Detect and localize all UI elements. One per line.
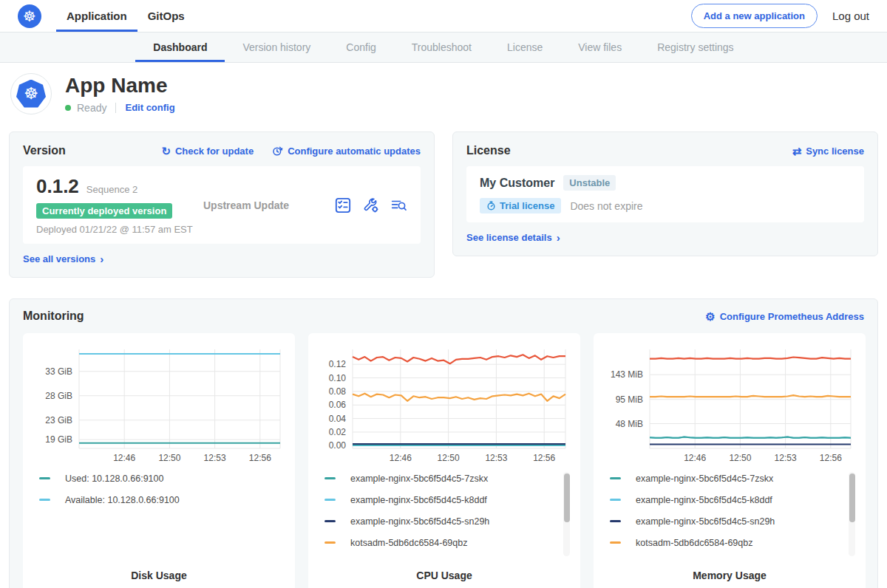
cpu-usage-chart: 12:4612:5012:5312:560.120.100.080.060.04… <box>319 342 570 466</box>
svg-text:12:56: 12:56 <box>249 453 271 463</box>
legend-label: example-nginx-5bc6f5d4c5-sn29h <box>350 516 489 527</box>
svg-text:19 GiB: 19 GiB <box>45 434 72 445</box>
legend-item: example-nginx-5bc6f5d4c5-sn29h <box>610 515 842 527</box>
clock-refresh-icon <box>271 145 283 157</box>
legend-color-dash <box>324 477 336 479</box>
legend-label: example-nginx-5bc6f5d4c5-sn29h <box>636 516 775 527</box>
license-type-badge: Trial license <box>480 198 561 213</box>
subnav-item-version-history[interactable]: Version history <box>225 33 328 62</box>
add-new-application-button[interactable]: Add a new application <box>691 4 818 28</box>
legend-label: Available: 10.128.0.66:9100 <box>65 495 180 505</box>
configure-automatic-updates-link[interactable]: Configure automatic updates <box>271 145 421 157</box>
charts-row: 12:4612:5012:5312:5633 GiB28 GiB23 GiB19… <box>23 333 864 588</box>
topnav-tab-application[interactable]: Application <box>56 0 137 32</box>
preflight-checks-icon[interactable] <box>335 197 351 213</box>
svg-text:12:50: 12:50 <box>438 453 460 463</box>
legend-label: example-nginx-5bc6f5d4c5-k8ddf <box>636 495 772 505</box>
currently-deployed-badge: Currently deployed version <box>36 203 172 219</box>
chart-title: CPU Usage <box>319 559 570 581</box>
license-card-title: License <box>466 144 511 157</box>
chart-panel-memory-usage: 12:4612:5012:5312:56143 MiB95 MiB48 MiBe… <box>594 333 866 588</box>
edit-config-link[interactable]: Edit config <box>125 102 174 113</box>
legend-color-dash <box>610 477 621 479</box>
legend-label: example-nginx-5bc6f5d4c5-k8ddf <box>350 495 487 505</box>
legend-item: kotsadm-5db6dc6584-69qbz <box>324 536 557 549</box>
license-card: License ⇄ Sync license My Customer Unsta… <box>452 131 878 256</box>
kubernetes-logo-icon: ☸ <box>18 4 41 28</box>
chart-panel-disk-usage: 12:4612:5012:5312:5633 GiB28 GiB23 GiB19… <box>23 333 295 588</box>
topnav-right: Add a new application Log out <box>691 0 869 32</box>
memory-usage-legend: example-nginx-5bc6f5d4c5-7zskxexample-ng… <box>604 472 855 559</box>
legend-item: example-nginx-5bc6f5d4c5-k8ddf <box>324 493 557 506</box>
app-subnav: DashboardVersion historyConfigTroublesho… <box>0 32 887 63</box>
svg-text:12:46: 12:46 <box>684 453 706 463</box>
divider <box>115 103 116 113</box>
kubernetes-logo[interactable]: ☸ <box>18 0 41 32</box>
subnav-item-view-files[interactable]: View files <box>560 33 639 62</box>
legend-label: example-nginx-5bc6f5d4c5-7zskx <box>636 474 773 484</box>
legend-color-dash <box>324 520 336 522</box>
subnav-item-license[interactable]: License <box>489 33 560 62</box>
topnav-tab-gitops[interactable]: GitOps <box>137 0 195 32</box>
disk-usage-chart: 12:4612:5012:5312:5633 GiB28 GiB23 GiB19… <box>33 342 285 466</box>
svg-text:23 GiB: 23 GiB <box>45 415 72 425</box>
configure-prometheus-link[interactable]: ⚙ Configure Prometheus Address <box>705 311 864 322</box>
app-header: ☸ App Name Ready Edit config <box>0 63 887 126</box>
svg-text:0.06: 0.06 <box>329 400 347 410</box>
version-card-title: Version <box>23 144 66 157</box>
kubernetes-app-icon: ☸ <box>16 80 46 108</box>
version-card: Version ↻ Check for update Configure aut… <box>9 131 435 278</box>
legend-scrollbar[interactable] <box>563 472 570 556</box>
channel-badge: Unstable <box>563 175 616 191</box>
subnav-item-troubleshoot[interactable]: Troubleshoot <box>394 33 489 62</box>
disk-usage-legend: Used: 10.128.0.66:9100Available: 10.128.… <box>33 472 285 559</box>
legend-item: Used: 10.128.0.66:9100 <box>39 472 271 485</box>
subnav-item-registry-settings[interactable]: Registry settings <box>639 33 751 62</box>
legend-label: Used: 10.128.0.66:9100 <box>65 474 163 484</box>
legend-color-dash <box>39 499 50 501</box>
svg-text:0.12: 0.12 <box>329 359 347 369</box>
svg-text:12:50: 12:50 <box>729 453 751 463</box>
legend-color-dash <box>39 477 50 479</box>
svg-text:0.04: 0.04 <box>329 414 347 424</box>
legend-scrollbar[interactable] <box>849 472 855 556</box>
svg-text:95 MiB: 95 MiB <box>616 394 643 405</box>
app-avatar: ☸ <box>10 73 52 114</box>
svg-text:12:56: 12:56 <box>820 453 842 463</box>
svg-text:0.00: 0.00 <box>329 440 347 451</box>
status-dot <box>65 105 71 111</box>
svg-text:12:56: 12:56 <box>533 453 555 463</box>
svg-text:12:53: 12:53 <box>204 453 226 463</box>
top-navbar: ☸ ApplicationGitOps Add a new applicatio… <box>0 0 887 32</box>
stopwatch-icon <box>486 201 496 211</box>
logout-button[interactable]: Log out <box>832 10 869 22</box>
legend-label: example-nginx-5bc6f5d4c5-7zskx <box>350 474 488 484</box>
see-license-details-link[interactable]: See license details › <box>466 231 560 244</box>
chart-panel-cpu-usage: 12:4612:5012:5312:560.120.100.080.060.04… <box>308 333 580 588</box>
license-panel: My Customer Unstable Trial license Does … <box>466 166 864 222</box>
legend-color-dash <box>324 499 336 501</box>
legend-scrollbar-thumb[interactable] <box>849 474 855 522</box>
see-all-versions-link[interactable]: See all versions › <box>23 253 103 265</box>
page-title: App Name <box>65 74 175 98</box>
deploy-logs-icon[interactable] <box>391 197 407 213</box>
customer-name: My Customer <box>480 177 554 190</box>
legend-item: Available: 10.128.0.66:9100 <box>39 493 271 506</box>
svg-text:33 GiB: 33 GiB <box>45 366 72 377</box>
sync-license-link[interactable]: ⇄ Sync license <box>792 146 864 157</box>
svg-text:28 GiB: 28 GiB <box>45 391 72 401</box>
chevron-right-icon: › <box>557 231 560 244</box>
svg-text:12:50: 12:50 <box>158 453 180 463</box>
legend-item: example-nginx-5bc6f5d4c5-7zskx <box>324 472 557 485</box>
memory-usage-chart: 12:4612:5012:5312:56143 MiB95 MiB48 MiB <box>604 342 855 466</box>
version-number: 0.1.2 <box>36 175 79 198</box>
monitoring-title: Monitoring <box>23 310 84 323</box>
config-wrench-icon[interactable] <box>363 197 379 213</box>
version-sequence: Sequence 2 <box>86 184 137 195</box>
check-for-update-link[interactable]: ↻ Check for update <box>161 145 254 157</box>
legend-scrollbar-thumb[interactable] <box>564 474 570 522</box>
subnav-item-config[interactable]: Config <box>328 33 393 62</box>
subnav-item-dashboard[interactable]: Dashboard <box>135 33 225 62</box>
svg-text:12:46: 12:46 <box>390 453 412 463</box>
chevron-right-icon: › <box>100 253 103 265</box>
